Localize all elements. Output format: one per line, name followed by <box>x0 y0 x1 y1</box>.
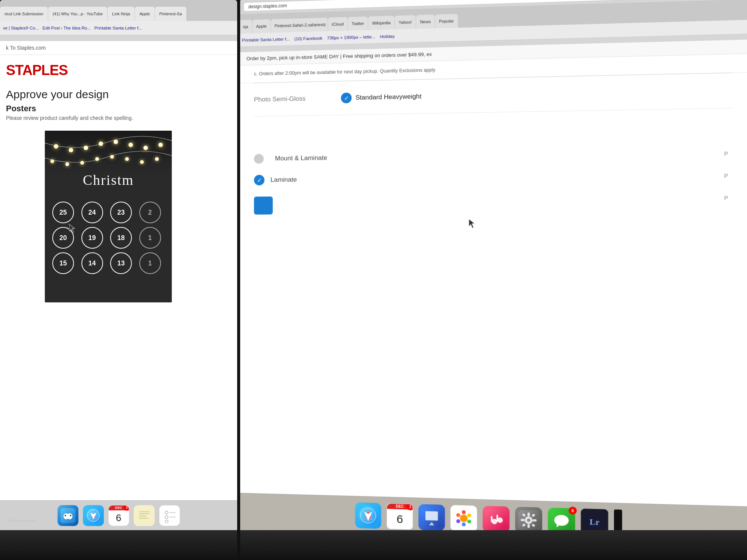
svg-point-50 <box>462 510 466 514</box>
tab-popular[interactable]: Popular <box>435 14 458 28</box>
bookmark-editpost[interactable]: Edit Post ‹ The Idea Ro... <box>43 26 91 30</box>
tab-linkninja[interactable]: Link Ninja <box>108 7 134 21</box>
tab-icloud[interactable]: iCloud <box>328 17 347 31</box>
paper-option-name: Standard Heavyweight <box>356 92 422 102</box>
dock-notes-left-icon[interactable] <box>134 505 155 526</box>
cal-15: 15 <box>52 252 74 274</box>
add-button[interactable] <box>254 196 273 214</box>
svg-rect-67 <box>533 519 537 522</box>
svg-point-14 <box>140 160 144 164</box>
physical-bottom-bar <box>0 530 747 560</box>
staples-logo-text: STAPLES <box>6 62 68 78</box>
dock-sysprefs-right-icon[interactable] <box>515 507 542 533</box>
christmas-text: Christm <box>45 172 172 188</box>
dock-calendar-left-icon[interactable]: DEC 6 1 <box>108 505 129 526</box>
svg-point-49 <box>460 514 468 522</box>
dock-keynote-right-icon[interactable] <box>418 504 445 531</box>
left-browser-window: ricut Link Submission (41) Why You...p -… <box>0 0 237 530</box>
svg-point-6 <box>143 146 148 150</box>
svg-point-13 <box>125 157 129 161</box>
bookmark-santa-right[interactable]: Printable Santa Letter f... <box>242 37 290 42</box>
check-circle-paper[interactable]: ✓ <box>341 93 352 103</box>
tab-pinterest-right[interactable]: Pinterest-Safari-2.safariextz <box>271 18 328 32</box>
svg-point-1 <box>69 148 73 152</box>
mount-radio[interactable] <box>254 154 264 164</box>
poster-preview: Christm 25 24 23 2 20 19 18 1 15 14 13 1 <box>45 131 172 302</box>
svg-point-51 <box>467 513 471 517</box>
svg-rect-65 <box>527 524 530 528</box>
check-circle-laminate[interactable]: ✓ <box>254 175 264 185</box>
svg-point-19 <box>67 513 72 519</box>
tab-nja[interactable]: nja <box>239 20 252 34</box>
tab-twitter[interactable]: Twitter <box>348 16 368 31</box>
svg-point-3 <box>99 141 103 146</box>
tab-youtube[interactable]: (41) Why You...p - YouTube <box>48 7 107 21</box>
back-bar: k To Staples.com <box>0 41 237 55</box>
svg-point-4 <box>114 140 118 144</box>
dock-calendar-right-icon[interactable]: DEC 6 1 <box>387 503 413 529</box>
calendar-badge-right: 1 <box>406 503 413 510</box>
svg-point-21 <box>70 515 71 516</box>
bookmark-staples[interactable]: ve | Staples® Co... <box>3 26 39 30</box>
laminate-label: Laminate <box>270 176 297 184</box>
panel-divider <box>237 0 240 560</box>
tab-wikipedia[interactable]: Wikipedia <box>368 16 394 30</box>
review-note: Please review product carefully and chec… <box>0 115 237 127</box>
cal-18: 18 <box>110 227 132 249</box>
svg-point-15 <box>155 157 159 161</box>
dock-finder-icon[interactable] <box>58 505 78 526</box>
cal-1x: 1 <box>139 227 161 249</box>
svg-point-53 <box>462 522 466 526</box>
dock-safari-right-icon[interactable] <box>355 502 381 529</box>
svg-rect-66 <box>521 519 525 521</box>
laminate-option-row: ✓ Laminate <box>254 170 732 186</box>
tabs-row-left: ricut Link Submission (41) Why You...p -… <box>0 0 237 21</box>
mount-label: Mount & Laminate <box>275 154 327 162</box>
product-type: Posters <box>0 104 237 115</box>
svg-point-55 <box>456 513 461 517</box>
svg-point-12 <box>110 155 114 159</box>
tab-news[interactable]: News <box>416 15 435 29</box>
options-section: Photo Semi-Gloss ✓ Standard Heavyweight … <box>239 73 747 227</box>
cal-2x: 2 <box>139 202 161 223</box>
back-link[interactable]: k To Staples.com <box>6 45 46 51</box>
browser-chrome-left: ricut Link Submission (41) Why You...p -… <box>0 0 237 41</box>
svg-rect-32 <box>139 518 148 519</box>
paper-option-selected: ✓ Standard Heavyweight <box>341 91 422 103</box>
right-browser-window: design.staples.com nja Apple Pinterest-S… <box>239 0 747 546</box>
svg-rect-60 <box>491 516 492 522</box>
svg-rect-64 <box>527 512 530 516</box>
calendar-grid: 25 24 23 2 20 19 18 1 15 14 13 1 <box>52 202 164 274</box>
dock-safari-left-icon[interactable] <box>83 505 104 526</box>
paper-option-row: Photo Semi-Gloss ✓ Standard Heavyweight … <box>254 85 732 117</box>
cal-14: 14 <box>81 252 103 274</box>
svg-point-9 <box>65 162 69 166</box>
svg-point-52 <box>467 519 471 523</box>
dock-reminders-left-icon[interactable] <box>159 505 180 526</box>
tab-apple-right[interactable]: Apple <box>252 19 270 33</box>
bookmarks-bar-left: ve | Staples® Co... Edit Post ‹ The Idea… <box>0 21 237 35</box>
bookmark-facebook[interactable]: (10) Facebook <box>294 36 322 41</box>
tab-pinterest-left[interactable]: Pinterest-Sa <box>155 7 187 21</box>
dock-left: DEC 6 1 <box>0 500 237 530</box>
bookmark-736px[interactable]: 736px × 1900px – lette... <box>327 34 375 40</box>
approve-heading: Approve your design <box>0 82 237 104</box>
calendar-badge-left: 1 <box>124 505 129 511</box>
dock-itunes-right-icon[interactable] <box>483 505 509 532</box>
svg-rect-31 <box>139 516 146 516</box>
svg-point-7 <box>158 143 163 147</box>
tab-yahoo[interactable]: Yahoo! <box>395 15 416 29</box>
svg-rect-29 <box>139 511 149 512</box>
dock-photos-right-icon[interactable] <box>450 505 477 532</box>
cal-20: 20 <box>52 227 74 249</box>
tab-cricut[interactable]: ricut Link Submission <box>0 7 48 21</box>
messages-badge-right: 6 <box>569 506 577 514</box>
bookmark-holiday[interactable]: Holiday <box>380 34 395 38</box>
bookmark-santa[interactable]: Printable Santa Letter f... <box>94 26 142 30</box>
staples-logo: STAPLES <box>0 55 237 82</box>
tab-apple-left[interactable]: Apple <box>135 7 154 21</box>
svg-point-11 <box>95 157 99 161</box>
cal-23: 23 <box>110 202 132 223</box>
svg-rect-59 <box>496 514 498 522</box>
poster-lights <box>45 131 172 175</box>
